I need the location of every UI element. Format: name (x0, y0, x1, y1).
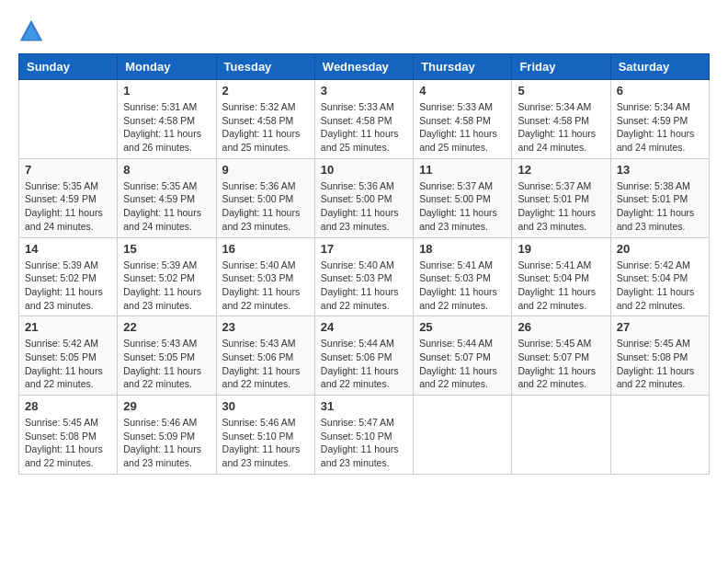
calendar-cell (610, 396, 709, 475)
day-number: 12 (518, 163, 604, 177)
day-number: 15 (123, 242, 210, 256)
day-info: Sunrise: 5:33 AM Sunset: 4:58 PM Dayligh… (321, 100, 407, 155)
calendar-cell: 11Sunrise: 5:37 AM Sunset: 5:00 PM Dayli… (414, 158, 512, 237)
day-info: Sunrise: 5:36 AM Sunset: 5:00 PM Dayligh… (222, 179, 309, 234)
calendar-cell: 2Sunrise: 5:32 AM Sunset: 4:58 PM Daylig… (216, 80, 314, 159)
calendar-cell: 19Sunrise: 5:41 AM Sunset: 5:04 PM Dayli… (512, 237, 610, 316)
day-number: 8 (123, 163, 210, 177)
col-header-sunday: Sunday (19, 54, 118, 80)
calendar-cell: 3Sunrise: 5:33 AM Sunset: 4:58 PM Daylig… (314, 80, 413, 159)
calendar-cell: 30Sunrise: 5:46 AM Sunset: 5:10 PM Dayli… (216, 396, 314, 475)
calendar-table: SundayMondayTuesdayWednesdayThursdayFrid… (18, 53, 710, 475)
day-number: 26 (518, 320, 604, 334)
day-number: 11 (419, 163, 506, 177)
col-header-monday: Monday (118, 54, 216, 80)
day-info: Sunrise: 5:43 AM Sunset: 5:05 PM Dayligh… (123, 337, 210, 391)
calendar-cell: 27Sunrise: 5:45 AM Sunset: 5:08 PM Dayli… (610, 316, 709, 396)
calendar-cell: 13Sunrise: 5:38 AM Sunset: 5:01 PM Dayli… (610, 158, 709, 237)
calendar-cell: 17Sunrise: 5:40 AM Sunset: 5:03 PM Dayli… (314, 237, 413, 316)
day-number: 14 (25, 242, 111, 256)
day-number: 25 (419, 320, 506, 334)
day-number: 1 (123, 84, 210, 98)
day-info: Sunrise: 5:39 AM Sunset: 5:02 PM Dayligh… (123, 259, 210, 313)
calendar-cell: 8Sunrise: 5:35 AM Sunset: 4:59 PM Daylig… (118, 158, 216, 237)
day-info: Sunrise: 5:34 AM Sunset: 4:58 PM Dayligh… (518, 100, 604, 155)
calendar-cell: 7Sunrise: 5:35 AM Sunset: 4:59 PM Daylig… (19, 158, 118, 237)
week-row-2: 7Sunrise: 5:35 AM Sunset: 4:59 PM Daylig… (19, 158, 710, 237)
day-number: 22 (123, 320, 210, 334)
week-row-4: 21Sunrise: 5:42 AM Sunset: 5:05 PM Dayli… (19, 316, 710, 396)
col-header-thursday: Thursday (414, 54, 512, 80)
calendar-cell: 1Sunrise: 5:31 AM Sunset: 4:58 PM Daylig… (118, 80, 216, 159)
logo (18, 18, 46, 44)
calendar-cell: 5Sunrise: 5:34 AM Sunset: 4:58 PM Daylig… (512, 80, 610, 159)
calendar-cell: 10Sunrise: 5:36 AM Sunset: 5:00 PM Dayli… (314, 158, 413, 237)
calendar-cell: 16Sunrise: 5:40 AM Sunset: 5:03 PM Dayli… (216, 237, 314, 316)
calendar-cell (414, 396, 512, 475)
day-number: 17 (321, 242, 407, 256)
day-number: 7 (25, 163, 111, 177)
day-number: 4 (419, 84, 506, 98)
col-header-wednesday: Wednesday (314, 54, 413, 80)
page-header (18, 18, 710, 44)
day-info: Sunrise: 5:40 AM Sunset: 5:03 PM Dayligh… (222, 259, 309, 313)
day-info: Sunrise: 5:47 AM Sunset: 5:10 PM Dayligh… (321, 416, 407, 470)
day-info: Sunrise: 5:41 AM Sunset: 5:04 PM Dayligh… (518, 259, 604, 313)
calendar-cell: 4Sunrise: 5:33 AM Sunset: 4:58 PM Daylig… (414, 80, 512, 159)
day-info: Sunrise: 5:33 AM Sunset: 4:58 PM Dayligh… (419, 100, 506, 155)
day-info: Sunrise: 5:37 AM Sunset: 5:01 PM Dayligh… (518, 179, 604, 234)
day-number: 10 (321, 163, 407, 177)
day-info: Sunrise: 5:44 AM Sunset: 5:07 PM Dayligh… (419, 337, 506, 391)
day-info: Sunrise: 5:45 AM Sunset: 5:08 PM Dayligh… (25, 416, 111, 470)
day-number: 2 (222, 84, 309, 98)
calendar-header-row: SundayMondayTuesdayWednesdayThursdayFrid… (19, 54, 710, 80)
day-info: Sunrise: 5:32 AM Sunset: 4:58 PM Dayligh… (222, 100, 309, 155)
day-info: Sunrise: 5:42 AM Sunset: 5:04 PM Dayligh… (617, 259, 703, 313)
day-number: 5 (518, 84, 604, 98)
week-row-1: 1Sunrise: 5:31 AM Sunset: 4:58 PM Daylig… (19, 80, 710, 159)
day-info: Sunrise: 5:35 AM Sunset: 4:59 PM Dayligh… (123, 179, 210, 234)
day-info: Sunrise: 5:35 AM Sunset: 4:59 PM Dayligh… (25, 179, 111, 234)
day-number: 31 (321, 399, 407, 413)
day-info: Sunrise: 5:37 AM Sunset: 5:00 PM Dayligh… (419, 179, 506, 234)
calendar-cell: 28Sunrise: 5:45 AM Sunset: 5:08 PM Dayli… (19, 396, 118, 475)
day-number: 19 (518, 242, 604, 256)
calendar-cell: 20Sunrise: 5:42 AM Sunset: 5:04 PM Dayli… (610, 237, 709, 316)
day-number: 30 (222, 399, 309, 413)
calendar-cell: 31Sunrise: 5:47 AM Sunset: 5:10 PM Dayli… (314, 396, 413, 475)
day-number: 21 (25, 320, 111, 334)
day-number: 3 (321, 84, 407, 98)
day-number: 28 (25, 399, 111, 413)
calendar-cell: 14Sunrise: 5:39 AM Sunset: 5:02 PM Dayli… (19, 237, 118, 316)
calendar-cell: 15Sunrise: 5:39 AM Sunset: 5:02 PM Dayli… (118, 237, 216, 316)
col-header-saturday: Saturday (610, 54, 709, 80)
calendar-cell: 12Sunrise: 5:37 AM Sunset: 5:01 PM Dayli… (512, 158, 610, 237)
day-number: 9 (222, 163, 309, 177)
day-info: Sunrise: 5:44 AM Sunset: 5:06 PM Dayligh… (321, 337, 407, 391)
day-number: 23 (222, 320, 309, 334)
calendar-cell (512, 396, 610, 475)
day-info: Sunrise: 5:36 AM Sunset: 5:00 PM Dayligh… (321, 179, 407, 234)
day-number: 6 (617, 84, 703, 98)
calendar-cell: 26Sunrise: 5:45 AM Sunset: 5:07 PM Dayli… (512, 316, 610, 396)
calendar-cell: 24Sunrise: 5:44 AM Sunset: 5:06 PM Dayli… (314, 316, 413, 396)
week-row-3: 14Sunrise: 5:39 AM Sunset: 5:02 PM Dayli… (19, 237, 710, 316)
day-info: Sunrise: 5:31 AM Sunset: 4:58 PM Dayligh… (123, 100, 210, 155)
day-info: Sunrise: 5:43 AM Sunset: 5:06 PM Dayligh… (222, 337, 309, 391)
calendar-cell: 22Sunrise: 5:43 AM Sunset: 5:05 PM Dayli… (118, 316, 216, 396)
day-info: Sunrise: 5:40 AM Sunset: 5:03 PM Dayligh… (321, 259, 407, 313)
day-number: 13 (617, 163, 703, 177)
calendar-cell: 23Sunrise: 5:43 AM Sunset: 5:06 PM Dayli… (216, 316, 314, 396)
day-number: 16 (222, 242, 309, 256)
day-number: 18 (419, 242, 506, 256)
calendar-cell: 6Sunrise: 5:34 AM Sunset: 4:59 PM Daylig… (610, 80, 709, 159)
day-info: Sunrise: 5:46 AM Sunset: 5:09 PM Dayligh… (123, 416, 210, 470)
day-number: 24 (321, 320, 407, 334)
day-info: Sunrise: 5:42 AM Sunset: 5:05 PM Dayligh… (25, 337, 111, 391)
calendar-cell: 29Sunrise: 5:46 AM Sunset: 5:09 PM Dayli… (118, 396, 216, 475)
calendar-cell: 18Sunrise: 5:41 AM Sunset: 5:03 PM Dayli… (414, 237, 512, 316)
day-number: 20 (617, 242, 703, 256)
calendar-cell: 9Sunrise: 5:36 AM Sunset: 5:00 PM Daylig… (216, 158, 314, 237)
day-info: Sunrise: 5:34 AM Sunset: 4:59 PM Dayligh… (617, 100, 703, 155)
week-row-5: 28Sunrise: 5:45 AM Sunset: 5:08 PM Dayli… (19, 396, 710, 475)
